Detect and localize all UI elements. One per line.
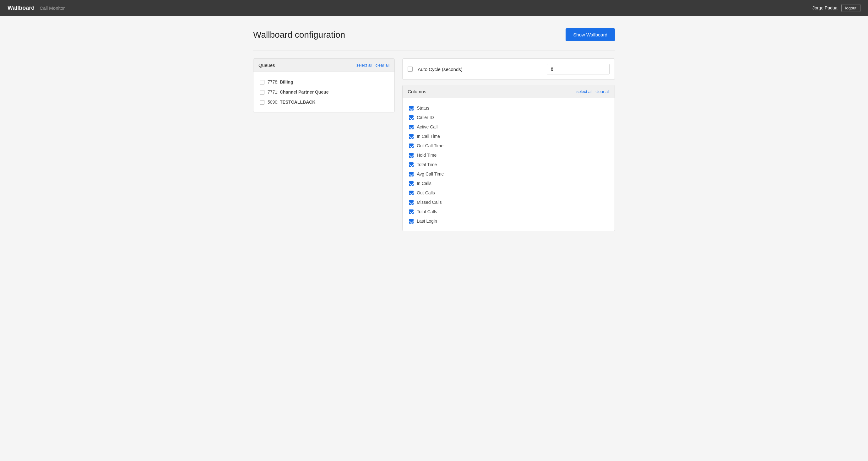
- column-label-col8: Avg Call Time: [417, 172, 444, 177]
- navbar-user: Jorge Padua: [812, 5, 837, 10]
- column-checkbox-col13[interactable]: [409, 219, 413, 223]
- auto-cycle-panel: Auto Cycle (seconds): [402, 58, 615, 80]
- auto-cycle-label: Auto Cycle (seconds): [418, 67, 542, 72]
- column-label-col10: Out Calls: [417, 190, 435, 195]
- queue-label-q2: 7771: Channel Partner Queue: [268, 90, 329, 94]
- page-title: Wallboard configuration: [253, 30, 345, 40]
- columns-panel: Columns select all clear all StatusCalle…: [402, 85, 615, 231]
- navbar: Wallboard Call Monitor Jorge Padua logou…: [0, 0, 868, 16]
- column-label-col4: In Call Time: [417, 134, 440, 139]
- column-checkbox-col8[interactable]: [409, 172, 413, 177]
- queue-item: 7778: Billing: [258, 77, 390, 87]
- column-item: Active Call: [408, 122, 610, 131]
- column-label-col13: Last Login: [417, 219, 437, 223]
- column-label-col2: Caller ID: [417, 115, 434, 120]
- columns-panel-title: Columns: [408, 89, 426, 94]
- logout-button[interactable]: logout: [841, 4, 861, 12]
- queues-panel-header: Queues select all clear all: [253, 59, 395, 72]
- column-item: Hold Time: [408, 150, 610, 160]
- column-label-col9: In Calls: [417, 181, 432, 186]
- columns-panel-actions: select all clear all: [577, 89, 610, 94]
- column-item: In Calls: [408, 179, 610, 188]
- column-checkbox-col11[interactable]: [409, 200, 413, 205]
- queues-panel-body: 7778: Billing7771: Channel Partner Queue…: [253, 72, 395, 112]
- queues-panel-title: Queues: [258, 62, 275, 68]
- queues-panel-actions: select all clear all: [356, 63, 390, 67]
- page-content: Wallboard configuration Show Wallboard Q…: [246, 16, 622, 244]
- column-checkbox-col2[interactable]: [409, 115, 413, 120]
- queue-item: 5090: TESTCALLBACK: [258, 97, 390, 107]
- column-checkbox-col4[interactable]: [409, 134, 413, 139]
- column-checkbox-col7[interactable]: [409, 162, 413, 167]
- columns-list: StatusCaller IDActive CallIn Call TimeOu…: [408, 103, 610, 226]
- show-wallboard-button[interactable]: Show Wallboard: [566, 28, 615, 41]
- divider: [253, 51, 615, 51]
- column-checkbox-col12[interactable]: [409, 210, 413, 214]
- column-checkbox-col3[interactable]: [409, 125, 413, 129]
- column-item: Out Calls: [408, 188, 610, 197]
- queue-checkbox-q2[interactable]: [260, 90, 265, 94]
- main-grid: Queues select all clear all 7778: Billin…: [253, 58, 615, 231]
- queue-list: 7778: Billing7771: Channel Partner Queue…: [258, 77, 390, 107]
- column-label-col7: Total Time: [417, 162, 437, 167]
- column-label-col1: Status: [417, 105, 429, 111]
- column-label-col5: Out Call Time: [417, 143, 443, 148]
- page-header: Wallboard configuration Show Wallboard: [253, 28, 615, 41]
- column-item: Status: [408, 103, 610, 113]
- queue-checkbox-q1[interactable]: [260, 80, 265, 85]
- queue-checkbox-q3[interactable]: [260, 100, 265, 104]
- column-checkbox-col5[interactable]: [409, 144, 413, 148]
- navbar-brand: Wallboard: [7, 5, 35, 11]
- auto-cycle-input[interactable]: [547, 64, 610, 74]
- auto-cycle-checkbox[interactable]: [408, 67, 413, 71]
- columns-panel-header: Columns select all clear all: [403, 85, 615, 98]
- column-item: In Call Time: [408, 131, 610, 141]
- columns-clear-all-button[interactable]: clear all: [595, 89, 610, 94]
- column-checkbox-col6[interactable]: [409, 153, 413, 158]
- right-column: Auto Cycle (seconds) Columns select all …: [402, 58, 615, 231]
- navbar-left: Wallboard Call Monitor: [7, 5, 65, 11]
- column-label-col6: Hold Time: [417, 153, 436, 158]
- column-item: Last Login: [408, 216, 610, 226]
- column-checkbox-col10[interactable]: [409, 191, 413, 195]
- column-item: Avg Call Time: [408, 169, 610, 179]
- navbar-call-monitor-link[interactable]: Call Monitor: [39, 5, 65, 11]
- navbar-right: Jorge Padua logout: [812, 4, 861, 12]
- column-label-col3: Active Call: [417, 124, 437, 129]
- column-label-col12: Total Calls: [417, 209, 437, 214]
- queues-clear-all-button[interactable]: clear all: [375, 63, 390, 67]
- column-item: Out Call Time: [408, 141, 610, 150]
- columns-select-all-button[interactable]: select all: [577, 89, 593, 94]
- column-checkbox-col1[interactable]: [409, 106, 413, 111]
- column-label-col11: Missed Calls: [417, 200, 441, 205]
- queues-panel: Queues select all clear all 7778: Billin…: [253, 58, 395, 113]
- queue-label-q1: 7778: Billing: [268, 80, 293, 85]
- column-checkbox-col9[interactable]: [409, 181, 413, 186]
- columns-panel-body: StatusCaller IDActive CallIn Call TimeOu…: [403, 98, 615, 231]
- queue-label-q3: 5090: TESTCALLBACK: [268, 99, 315, 104]
- column-item: Total Calls: [408, 207, 610, 216]
- column-item: Caller ID: [408, 113, 610, 122]
- queues-select-all-button[interactable]: select all: [356, 63, 372, 67]
- queue-item: 7771: Channel Partner Queue: [258, 87, 390, 97]
- column-item: Missed Calls: [408, 197, 610, 207]
- column-item: Total Time: [408, 160, 610, 169]
